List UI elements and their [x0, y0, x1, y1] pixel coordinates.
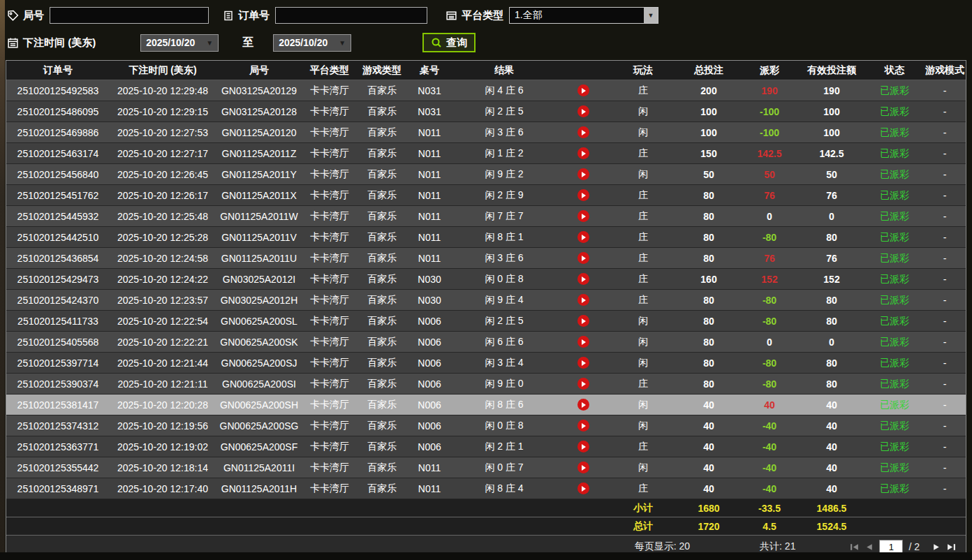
play-video-icon[interactable] [577, 315, 589, 327]
play-video-icon[interactable] [577, 189, 589, 201]
subtotal-total-bet: 1680 [677, 499, 741, 517]
cell-status: 已派彩 [865, 478, 924, 499]
play-video-icon[interactable] [577, 168, 589, 180]
platform-select[interactable]: 1.全部 ▼ [509, 7, 658, 24]
play-video-icon[interactable] [577, 147, 589, 159]
play-cell [557, 101, 610, 121]
cell-valid: 76 [798, 248, 865, 268]
table-row[interactable]: 2510201254294732025-10-20 12:24:22GN0302… [6, 269, 966, 290]
table-row[interactable]: 2510201253977142025-10-20 12:21:44GN0062… [6, 353, 966, 374]
column-header: 玩法 [610, 61, 677, 80]
cell-game: 百家乐 [357, 478, 407, 499]
table-row[interactable]: 2510201254631742025-10-20 12:27:17GN0112… [6, 143, 966, 164]
table-row[interactable]: 2510201253743122025-10-20 12:19:56GN0062… [6, 415, 966, 436]
table-row[interactable]: 2510201254368542025-10-20 12:24:58GN0112… [6, 248, 966, 269]
table-row[interactable]: 2510201254459322025-10-20 12:25:48GN0112… [6, 206, 966, 227]
play-video-icon[interactable] [577, 462, 589, 473]
cell-result: 闲 2 庄 9 [452, 185, 557, 205]
date-to-picker[interactable]: 2025/10/20 ▼ [273, 34, 351, 52]
play-video-icon[interactable] [577, 231, 589, 243]
play-video-icon[interactable] [577, 105, 589, 117]
cell-status: 已派彩 [865, 206, 924, 226]
cell-time: 2025-10-20 12:27:17 [110, 143, 216, 163]
play-video-icon[interactable] [577, 399, 589, 411]
cell-valid: 100 [798, 101, 865, 121]
cell-payout: -80 [741, 290, 798, 310]
table-row[interactable]: 2510201254517622025-10-20 12:26:17GN0112… [6, 185, 966, 206]
cell-valid: 0 [798, 206, 865, 226]
play-triangle [582, 88, 586, 94]
play-video-icon[interactable] [577, 210, 589, 222]
query-button[interactable]: 查询 [422, 33, 476, 52]
table-row[interactable]: 2510201254243702025-10-20 12:23:57GN0302… [6, 290, 966, 311]
cell-platform: 卡卡湾厅 [302, 311, 357, 331]
next-page-button[interactable] [932, 543, 941, 552]
play-video-icon[interactable] [577, 336, 589, 348]
dropdown-arrow-icon: ▼ [644, 8, 658, 23]
cell-total: 80 [677, 227, 741, 247]
prev-page-button[interactable] [864, 543, 874, 552]
cell-mode: - [924, 185, 966, 205]
cell-bet: 庄 [610, 185, 677, 205]
last-page-button[interactable] [947, 543, 956, 552]
background-taskbar-edge [0, 552, 972, 560]
table-row[interactable]: 2510201253814172025-10-20 12:20:28GN0062… [6, 395, 966, 415]
cell-payout: -100 [741, 101, 798, 121]
first-page-button[interactable] [850, 543, 859, 552]
cell-round: GN03025A2012H [216, 290, 302, 310]
cell-mode: - [924, 269, 966, 289]
table-row[interactable]: 2510201254568402025-10-20 12:26:45GN0112… [6, 164, 966, 185]
cell-order: 251020125374312 [6, 415, 110, 436]
table-row[interactable]: 2510201253489712025-10-20 12:17:40GN0112… [6, 478, 966, 499]
cell-game: 百家乐 [357, 332, 407, 352]
play-video-icon[interactable] [577, 420, 589, 432]
date-from-picker[interactable]: 2025/10/20 ▼ [140, 34, 219, 52]
table-row[interactable]: 2510201253903742025-10-20 12:21:11GN0062… [6, 374, 966, 395]
column-header: 游戏类型 [357, 61, 407, 80]
cell-table: N011 [407, 206, 452, 226]
cell-total: 80 [677, 206, 741, 226]
cell-payout: 40 [741, 395, 798, 415]
cell-result: 闲 3 庄 6 [452, 122, 557, 142]
round-input[interactable] [50, 7, 209, 24]
order-input[interactable] [275, 7, 427, 24]
play-video-icon[interactable] [577, 441, 589, 452]
cell-total: 80 [677, 332, 741, 352]
search-icon [431, 37, 442, 48]
play-video-icon[interactable] [577, 378, 589, 390]
page-number-input[interactable] [879, 540, 903, 554]
play-video-icon[interactable] [577, 294, 589, 306]
cell-bet: 庄 [610, 143, 677, 163]
play-video-icon[interactable] [577, 482, 589, 494]
table-row[interactable]: 2510201254425102025-10-20 12:25:28GN0112… [6, 227, 966, 248]
cell-time: 2025-10-20 12:22:54 [110, 311, 216, 331]
play-triangle [582, 277, 586, 282]
table-row[interactable]: 2510201254117332025-10-20 12:22:54GN0062… [6, 311, 966, 332]
table-row[interactable]: 2510201254698862025-10-20 12:27:53GN0112… [6, 122, 966, 143]
play-video-icon[interactable] [577, 357, 589, 369]
table-row[interactable]: 2510201254055682025-10-20 12:22:21GN0062… [6, 332, 966, 353]
play-video-icon[interactable] [577, 126, 589, 138]
play-cell [557, 185, 610, 205]
play-triangle [582, 444, 586, 450]
cell-bet: 庄 [610, 248, 677, 268]
table-row[interactable]: 2510201253637712025-10-20 12:19:02GN0062… [6, 436, 966, 457]
column-header-empty [557, 61, 610, 80]
cell-bet: 闲 [610, 311, 677, 331]
subtotal-payout: -33.5 [741, 499, 798, 517]
table-row[interactable]: 2510201253554422025-10-20 12:18:14GN0112… [6, 457, 966, 478]
cell-time: 2025-10-20 12:22:21 [110, 332, 216, 352]
subtotal-row: 小计 1680 -33.5 1486.5 [6, 499, 966, 517]
table-row[interactable]: 2510201254860952025-10-20 12:29:15GN0312… [6, 101, 966, 122]
cell-table: N011 [407, 185, 452, 205]
cell-time: 2025-10-20 12:26:17 [110, 185, 216, 205]
play-video-icon[interactable] [577, 84, 589, 96]
play-video-icon[interactable] [577, 252, 589, 264]
cell-result: 闲 2 庄 5 [452, 311, 557, 331]
play-video-icon[interactable] [577, 273, 589, 285]
table-row[interactable]: 2510201254925832025-10-20 12:29:48GN0312… [6, 80, 966, 101]
cell-round: GN00625A200SI [216, 374, 302, 394]
cell-bet: 闲 [610, 415, 677, 436]
cell-order: 251020125456840 [6, 164, 110, 184]
play-triangle [582, 109, 586, 115]
